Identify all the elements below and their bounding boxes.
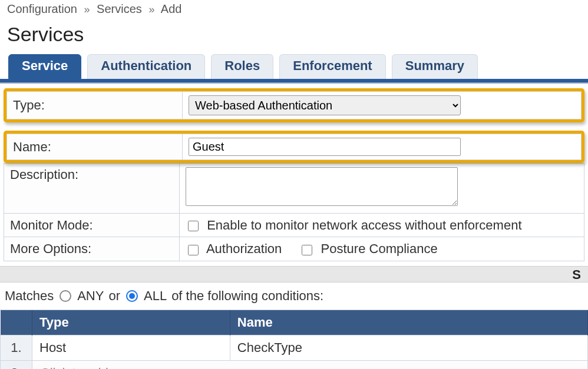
posture-checkbox-label: Posture Compliance xyxy=(321,241,438,256)
more-options-label: More Options: xyxy=(4,237,180,261)
type-label: Type: xyxy=(7,92,183,119)
authorization-option[interactable]: Authorization xyxy=(186,241,285,256)
authorization-checkbox-label: Authorization xyxy=(206,241,282,256)
tab-service[interactable]: Service xyxy=(8,54,81,79)
authorization-checkbox[interactable] xyxy=(188,245,199,255)
radio-any[interactable] xyxy=(60,290,71,302)
matches-row: Matches ANY or ALL of the following cond… xyxy=(0,282,588,310)
cond-header-num xyxy=(1,310,32,335)
name-input[interactable] xyxy=(189,138,461,156)
section-strip: S xyxy=(0,266,588,282)
description-label: Description: xyxy=(4,164,180,214)
matches-or: or xyxy=(108,288,120,304)
highlight-type-row: Type: Web-based Authentication xyxy=(4,88,584,122)
matches-any-label: ANY xyxy=(77,288,104,304)
radio-all[interactable] xyxy=(126,290,138,302)
matches-prefix: Matches xyxy=(5,288,54,304)
cond-header-type[interactable]: Type xyxy=(32,310,230,335)
breadcrumb-sep-icon: » xyxy=(84,4,90,16)
tab-enforcement[interactable]: Enforcement xyxy=(279,54,385,79)
cond-row-name[interactable]: CheckType xyxy=(230,335,587,360)
tab-authentication[interactable]: Authentication xyxy=(87,54,205,79)
monitor-mode-checkbox[interactable] xyxy=(188,221,199,231)
tabs: Service Authentication Roles Enforcement… xyxy=(0,54,588,79)
tab-summary[interactable]: Summary xyxy=(392,54,478,79)
matches-suffix: of the following conditions: xyxy=(171,288,323,304)
conditions-table: Type Name 1. Host CheckType 2. Click to … xyxy=(0,310,588,369)
cond-row-type[interactable]: Host xyxy=(32,335,230,360)
breadcrumb-item-services[interactable]: Services xyxy=(97,2,142,15)
monitor-mode-checkbox-label: Enable to monitor network access without… xyxy=(207,218,521,232)
breadcrumb-item-add[interactable]: Add xyxy=(161,2,182,15)
matches-all-label: ALL xyxy=(144,288,167,304)
highlight-name-row: Name: xyxy=(4,131,584,163)
page-title: Services xyxy=(7,23,588,46)
name-label: Name: xyxy=(7,134,183,160)
cond-add-num: 2. xyxy=(1,360,32,369)
posture-checkbox[interactable] xyxy=(302,245,312,255)
description-textarea[interactable] xyxy=(186,167,458,206)
section-strip-cutoff: S xyxy=(572,267,581,282)
type-select[interactable]: Web-based Authentication xyxy=(189,95,461,115)
monitor-mode-label: Monitor Mode: xyxy=(4,214,180,237)
breadcrumb-sep-icon: » xyxy=(148,4,154,16)
cond-header-name[interactable]: Name xyxy=(230,310,587,335)
cond-row[interactable]: 1. Host CheckType xyxy=(1,335,588,360)
monitor-mode-option[interactable]: Enable to monitor network access without… xyxy=(186,218,522,232)
cond-add-text[interactable]: Click to add... xyxy=(32,360,588,369)
posture-option[interactable]: Posture Compliance xyxy=(299,241,437,256)
cond-add-row[interactable]: 2. Click to add... xyxy=(1,360,588,369)
breadcrumb-item-configuration[interactable]: Configuration xyxy=(7,2,77,15)
tab-thin-line xyxy=(0,82,588,84)
tab-roles[interactable]: Roles xyxy=(211,54,273,79)
cond-row-num: 1. xyxy=(1,335,32,360)
breadcrumb: Configuration » Services » Add xyxy=(0,0,588,21)
